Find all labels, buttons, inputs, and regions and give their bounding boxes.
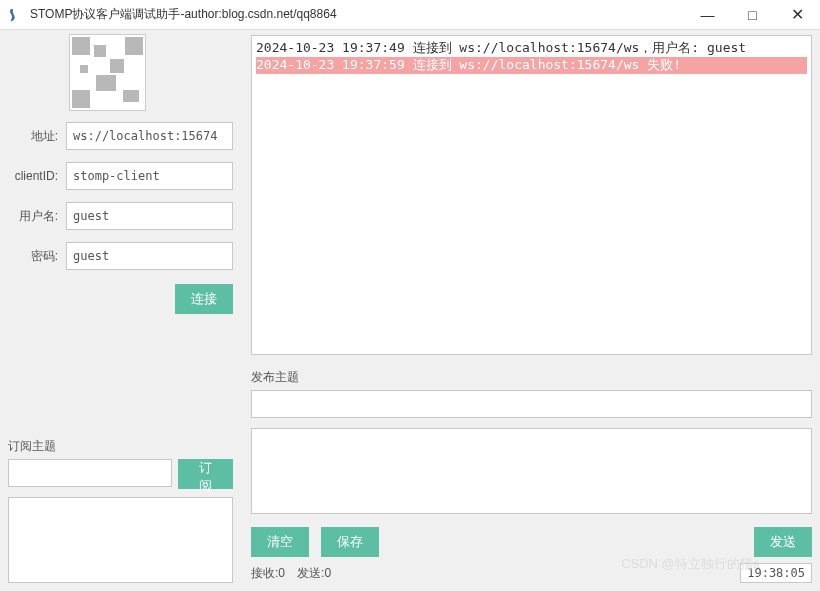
- window-title: STOMP协议客户端调试助手-author:blog.csdn.net/qq88…: [30, 6, 685, 23]
- save-button[interactable]: 保存: [321, 527, 379, 557]
- left-spacer: [8, 314, 233, 430]
- log-line-error: 2024-10-23 19:37:59 连接到 ws://localhost:1…: [256, 57, 807, 74]
- clock: 19:38:05: [740, 563, 812, 583]
- address-row: 地址:: [8, 122, 233, 150]
- subscribe-section: 订阅主题 订阅: [8, 438, 233, 583]
- address-label: 地址:: [8, 128, 58, 145]
- recv-count: 0: [278, 566, 285, 580]
- send-button[interactable]: 发送: [754, 527, 812, 557]
- close-button[interactable]: ✕: [775, 0, 820, 30]
- titlebar: STOMP协议客户端调试助手-author:blog.csdn.net/qq88…: [0, 0, 820, 30]
- subscribe-input[interactable]: [8, 459, 172, 487]
- password-row: 密码:: [8, 242, 233, 270]
- maximize-button[interactable]: □: [730, 0, 775, 30]
- subscribe-listbox[interactable]: [8, 497, 233, 583]
- username-label: 用户名:: [8, 208, 58, 225]
- publish-buttons: 清空 保存 发送: [251, 527, 812, 557]
- connect-row: 连接: [8, 284, 233, 314]
- password-label: 密码:: [8, 248, 58, 265]
- username-row: 用户名:: [8, 202, 233, 230]
- publish-topic-input[interactable]: [251, 390, 812, 418]
- subscribe-title: 订阅主题: [8, 438, 233, 455]
- app-icon: [8, 7, 24, 23]
- clientid-label: clientID:: [8, 169, 58, 183]
- right-panel: 2024-10-23 19:37:49 连接到 ws://localhost:1…: [251, 35, 812, 583]
- clientid-input[interactable]: [66, 162, 233, 190]
- clear-button[interactable]: 清空: [251, 527, 309, 557]
- username-input[interactable]: [66, 202, 233, 230]
- log-area[interactable]: 2024-10-23 19:37:49 连接到 ws://localhost:1…: [251, 35, 812, 355]
- recv-label: 接收:: [251, 565, 278, 582]
- status-bar: 接收:0 发送:0 19:38:05: [251, 563, 812, 583]
- publish-title: 发布主题: [251, 369, 812, 386]
- spacer: [391, 527, 742, 557]
- publish-message-input[interactable]: [251, 428, 812, 514]
- send-count: 0: [324, 566, 331, 580]
- publish-section: 发布主题 清空 保存 发送 接收:0 发送:0 19:38:05: [251, 369, 812, 583]
- password-input[interactable]: [66, 242, 233, 270]
- subscribe-button[interactable]: 订阅: [178, 459, 233, 489]
- clientid-row: clientID:: [8, 162, 233, 190]
- qr-code-image: [70, 35, 145, 110]
- log-line: 2024-10-23 19:37:49 连接到 ws://localhost:1…: [256, 40, 807, 57]
- minimize-button[interactable]: ―: [685, 0, 730, 30]
- main-area: 地址: clientID: 用户名: 密码: 连接 订阅主题 订阅: [0, 30, 820, 591]
- connect-button[interactable]: 连接: [175, 284, 233, 314]
- send-label: 发送:: [297, 565, 324, 582]
- subscribe-input-row: 订阅: [8, 459, 233, 489]
- address-input[interactable]: [66, 122, 233, 150]
- left-panel: 地址: clientID: 用户名: 密码: 连接 订阅主题 订阅: [8, 35, 233, 583]
